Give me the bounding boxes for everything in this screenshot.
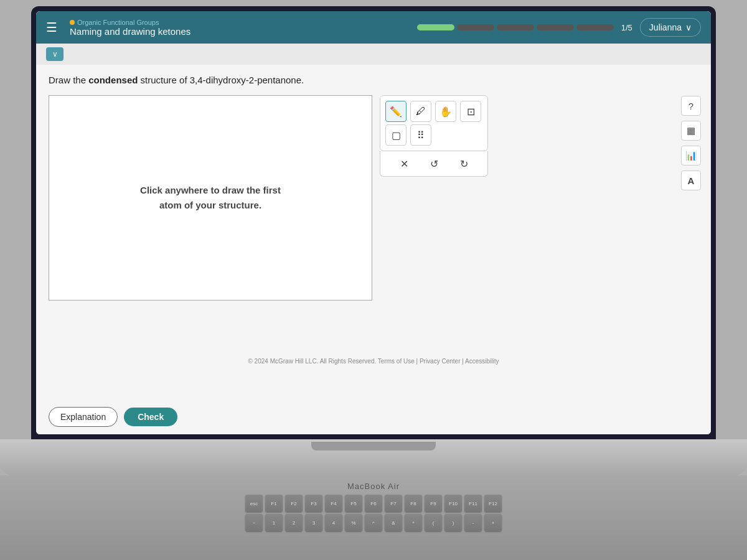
user-name: Julianna (649, 22, 682, 32)
key-7[interactable]: & (385, 514, 402, 531)
nav-title-group: Organic Functional Groups Naming and dra… (70, 19, 410, 37)
laptop-notch (311, 442, 436, 450)
toolbar-actions: ✕ ↺ ↻ (380, 151, 488, 177)
nav-subtitle: Organic Functional Groups (70, 19, 410, 26)
pencil-tool-button[interactable]: ✏️ (385, 101, 406, 122)
nav-main-title: Naming and drawing ketones (70, 26, 410, 37)
empty-slot-1 (435, 124, 456, 146)
keyboard-row-function: esc F1 F2 F3 F4 F5 F6 F7 F8 F9 F10 F11 F… (245, 495, 502, 512)
undo-button[interactable]: ↺ (425, 155, 443, 172)
question-text: Draw the condensed structure of 3,4-dihy… (49, 75, 698, 85)
new-box-icon: ⊡ (467, 106, 475, 118)
key-minus[interactable]: - (464, 514, 482, 531)
key-f7[interactable]: F7 (385, 495, 402, 512)
main-content: Draw the condensed structure of 3,4-dihy… (36, 65, 711, 399)
new-box-button[interactable]: ⊡ (460, 101, 481, 122)
keyboard-area: MacBook Air esc F1 F2 F3 F4 F5 F6 F7 F8 … (0, 475, 747, 560)
progress-segment-2 (457, 24, 494, 30)
key-6[interactable]: ^ (365, 514, 382, 531)
chart-icon: 📊 (685, 150, 697, 161)
key-esc[interactable]: esc (245, 495, 263, 512)
drawing-placeholder: Click anywhere to draw the first atom of… (140, 183, 281, 213)
placeholder-line-1: Click anywhere to draw the first (140, 183, 281, 198)
key-2[interactable]: 2 (285, 514, 303, 531)
table-icon: ▦ (687, 125, 695, 136)
key-tilde[interactable]: ~ (245, 514, 263, 531)
chevron-down-icon: ∨ (685, 22, 692, 32)
key-8[interactable]: * (405, 514, 422, 531)
right-sidebar: ? ▦ 📊 A (681, 96, 701, 190)
close-icon: ✕ (400, 158, 408, 170)
status-circle (70, 20, 75, 25)
key-1[interactable]: 1 (265, 514, 283, 531)
key-4[interactable]: 4 (325, 514, 342, 531)
progress-segment-3 (497, 24, 534, 30)
progress-segment-4 (537, 24, 574, 30)
pencil-icon: ✏️ (390, 106, 402, 118)
explanation-button[interactable]: Explanation (49, 407, 118, 427)
hamburger-icon[interactable]: ☰ (46, 20, 57, 35)
content-row: Click anywhere to draw the first atom of… (49, 95, 698, 390)
key-9[interactable]: ( (425, 514, 442, 531)
question-text-after: structure of 3,4-dihydroxy-2-pentanone. (138, 75, 304, 85)
text-icon: A (688, 175, 695, 186)
footer-row: Explanation Check (36, 399, 711, 434)
question-bold: condensed (88, 75, 138, 85)
keyboard-row-numbers: ~ 1 2 3 4 % ^ & * ( ) - + (245, 514, 502, 531)
key-f8[interactable]: F8 (405, 495, 422, 512)
eraser-icon: 🖊 (416, 106, 426, 117)
copyright-text: © 2024 McGraw Hill LLC. All Rights Reser… (248, 358, 499, 365)
question-mark-icon: ? (688, 101, 693, 111)
key-0[interactable]: ) (444, 514, 462, 531)
key-plus[interactable]: + (484, 514, 502, 531)
table-button[interactable]: ▦ (681, 121, 701, 141)
check-button[interactable]: Check (124, 408, 177, 426)
key-f10[interactable]: F10 (444, 495, 462, 512)
dotted-icon: ⠿ (417, 129, 425, 141)
key-f11[interactable]: F11 (464, 495, 482, 512)
key-5[interactable]: % (345, 514, 362, 531)
chevron-down-icon: ∨ (52, 50, 58, 58)
question-text-before: Draw the (49, 75, 88, 85)
redo-icon: ↻ (460, 158, 468, 170)
macbook-label: MacBook Air (347, 482, 400, 491)
square-tool-button[interactable]: ▢ (385, 124, 406, 146)
key-3[interactable]: 3 (305, 514, 322, 531)
key-f5[interactable]: F5 (345, 495, 362, 512)
eraser-tool-button[interactable]: 🖊 (410, 101, 431, 122)
hand-tool-button[interactable]: ✋ (435, 101, 456, 122)
progress-segment-5 (576, 24, 614, 30)
key-f9[interactable]: F9 (425, 495, 442, 512)
key-f6[interactable]: F6 (365, 495, 382, 512)
collapse-button[interactable]: ∨ (46, 47, 63, 61)
drawing-canvas[interactable]: Click anywhere to draw the first atom of… (49, 95, 372, 301)
dotted-square-button[interactable]: ⠿ (410, 124, 431, 146)
key-f2[interactable]: F2 (285, 495, 303, 512)
toolbar-grid: ✏️ 🖊 ✋ ⊡ ▢ (380, 95, 488, 151)
help-button[interactable]: ? (681, 96, 701, 116)
user-menu-button[interactable]: Julianna ∨ (640, 18, 701, 37)
empty-slot-2 (460, 124, 481, 146)
progress-area: 1/5 (417, 23, 632, 32)
progress-segment-1 (417, 24, 454, 30)
nav-subtitle-text: Organic Functional Groups (77, 19, 159, 26)
copyright-label: © 2024 McGraw Hill LLC. All Rights Reser… (248, 358, 499, 365)
clear-button[interactable]: ✕ (395, 155, 413, 172)
collapse-row: ∨ (36, 44, 711, 65)
square-icon: ▢ (392, 129, 401, 141)
progress-bar (417, 24, 614, 30)
redo-button[interactable]: ↻ (455, 155, 472, 172)
text-button[interactable]: A (681, 170, 701, 190)
chart-button[interactable]: 📊 (681, 146, 701, 166)
hand-icon: ✋ (439, 106, 452, 118)
top-navigation: ☰ Organic Functional Groups Naming and d… (36, 11, 711, 44)
key-f1[interactable]: F1 (265, 495, 283, 512)
progress-label: 1/5 (621, 23, 632, 32)
laptop-base (0, 439, 747, 475)
key-f4[interactable]: F4 (325, 495, 342, 512)
key-f3[interactable]: F3 (305, 495, 322, 512)
key-f12[interactable]: F12 (484, 495, 502, 512)
placeholder-line-2: atom of your structure. (140, 198, 281, 213)
undo-icon: ↺ (430, 158, 438, 170)
drawing-toolbar: ✏️ 🖊 ✋ ⊡ ▢ (380, 95, 488, 390)
